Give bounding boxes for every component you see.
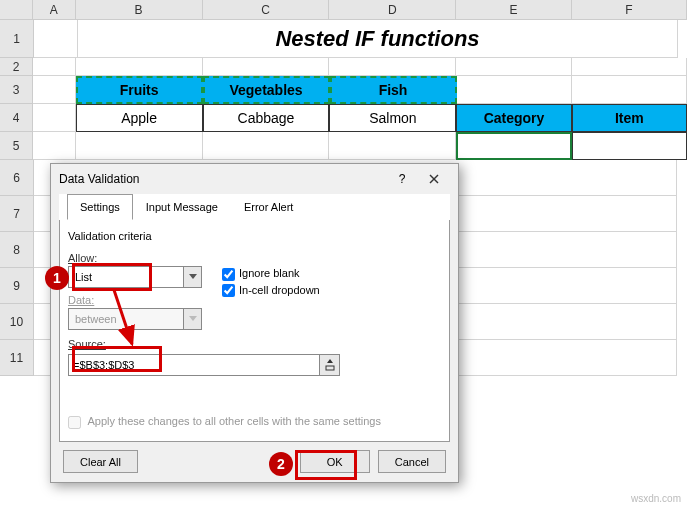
ignore-blank-label: Ignore blank (239, 267, 300, 279)
cell-a1[interactable] (34, 20, 78, 58)
cell-e5-selected[interactable] (456, 132, 571, 160)
svg-marker-2 (189, 274, 197, 279)
tab-error-alert[interactable]: Error Alert (231, 194, 307, 220)
row-header-6[interactable]: 6 (0, 160, 34, 196)
col-header-b[interactable]: B (76, 0, 203, 19)
allow-combo-value: List (69, 271, 183, 283)
cell-c3[interactable]: Vegetables (203, 76, 330, 104)
source-label: Source: (68, 338, 106, 350)
data-combo-button (183, 309, 201, 329)
dialog-close-button[interactable] (418, 168, 450, 190)
cell-a2[interactable] (33, 58, 76, 76)
cell-f4[interactable]: Item (572, 104, 687, 132)
apply-all-checkbox (68, 416, 81, 429)
tab-body-settings: Validation criteria Allow: List Data: be… (59, 220, 450, 442)
row-header-9[interactable]: 9 (0, 268, 34, 304)
cell-c2[interactable] (203, 58, 330, 76)
cell-f2[interactable] (572, 58, 687, 76)
cell-a3[interactable] (33, 76, 76, 104)
col-header-a[interactable]: A (33, 0, 76, 19)
row-header-3[interactable]: 3 (0, 76, 33, 104)
close-icon (429, 174, 439, 184)
row-header-1[interactable]: 1 (0, 20, 34, 58)
col-header-e[interactable]: E (456, 0, 571, 19)
cell-d4[interactable]: Salmon (329, 104, 456, 132)
ok-button[interactable]: OK (300, 450, 370, 473)
cell-b4[interactable]: Apple (76, 104, 203, 132)
watermark: wsxdn.com (631, 493, 681, 504)
allow-label: Allow: (68, 252, 97, 264)
data-validation-dialog: Data Validation ? Settings Input Message… (50, 163, 459, 483)
allow-combo-button[interactable] (183, 267, 201, 287)
row-header-8[interactable]: 8 (0, 232, 34, 268)
ignore-blank-checkbox[interactable] (222, 268, 235, 281)
cell-b3[interactable]: Fruits (76, 76, 203, 104)
data-combo-value: between (69, 313, 183, 325)
row-header-7[interactable]: 7 (0, 196, 34, 232)
cell-d5[interactable] (329, 132, 456, 160)
svg-marker-3 (189, 316, 197, 321)
cell-c4[interactable]: Cabbage (203, 104, 330, 132)
clear-all-button[interactable]: Clear All (63, 450, 138, 473)
cell-e3[interactable] (457, 76, 572, 104)
tab-settings[interactable]: Settings (67, 194, 133, 220)
data-label: Data: (68, 294, 94, 306)
cell-d2[interactable] (329, 58, 456, 76)
row-header-4[interactable]: 4 (0, 104, 33, 132)
chevron-down-icon (189, 274, 197, 280)
dialog-help-button[interactable]: ? (386, 168, 418, 190)
incell-dropdown-label: In-cell dropdown (239, 284, 320, 296)
row-header-10[interactable]: 10 (0, 304, 34, 340)
title-cell[interactable]: Nested IF functions (78, 20, 678, 58)
cell-b5[interactable] (76, 132, 203, 160)
source-input[interactable] (68, 354, 320, 376)
dialog-titlebar[interactable]: Data Validation ? (51, 164, 458, 194)
dialog-title-text: Data Validation (59, 172, 140, 186)
select-all-corner[interactable] (0, 0, 33, 20)
svg-rect-4 (326, 366, 334, 370)
cell-e2[interactable] (456, 58, 571, 76)
collapse-icon (325, 359, 335, 371)
row-header-11[interactable]: 11 (0, 340, 34, 376)
row-header-2[interactable]: 2 (0, 58, 33, 76)
svg-marker-5 (327, 359, 333, 363)
col-header-c[interactable]: C (203, 0, 330, 19)
cell-d3[interactable]: Fish (330, 76, 457, 104)
cell-b2[interactable] (76, 58, 203, 76)
cell-a4[interactable] (33, 104, 76, 132)
allow-combo[interactable]: List (68, 266, 202, 288)
data-combo: between (68, 308, 202, 330)
cell-a5[interactable] (33, 132, 76, 160)
tab-input-message[interactable]: Input Message (133, 194, 231, 220)
col-header-d[interactable]: D (329, 0, 456, 19)
col-header-f[interactable]: F (572, 0, 687, 19)
apply-all-label: Apply these changes to all other cells w… (87, 415, 381, 427)
row-header-5[interactable]: 5 (0, 132, 33, 160)
incell-dropdown-checkbox[interactable] (222, 284, 235, 297)
cell-f3[interactable] (572, 76, 687, 104)
cell-c5[interactable] (203, 132, 330, 160)
cell-e4[interactable]: Category (456, 104, 571, 132)
source-range-picker[interactable] (320, 354, 340, 376)
cancel-button[interactable]: Cancel (378, 450, 446, 473)
chevron-down-icon (189, 316, 197, 322)
cell-f5[interactable] (572, 132, 687, 160)
validation-criteria-label: Validation criteria (68, 230, 441, 242)
dialog-tabs: Settings Input Message Error Alert (59, 194, 450, 220)
